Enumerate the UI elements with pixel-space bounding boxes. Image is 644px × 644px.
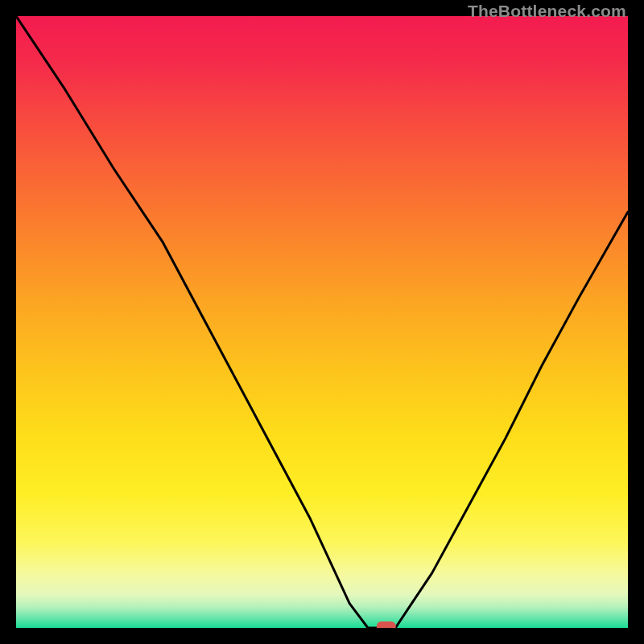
gradient-background (16, 16, 628, 628)
chart-frame (16, 16, 628, 628)
watermark-text: TheBottleneck.com (468, 2, 626, 21)
bottleneck-chart (16, 16, 628, 628)
optimal-point-marker (377, 621, 396, 628)
